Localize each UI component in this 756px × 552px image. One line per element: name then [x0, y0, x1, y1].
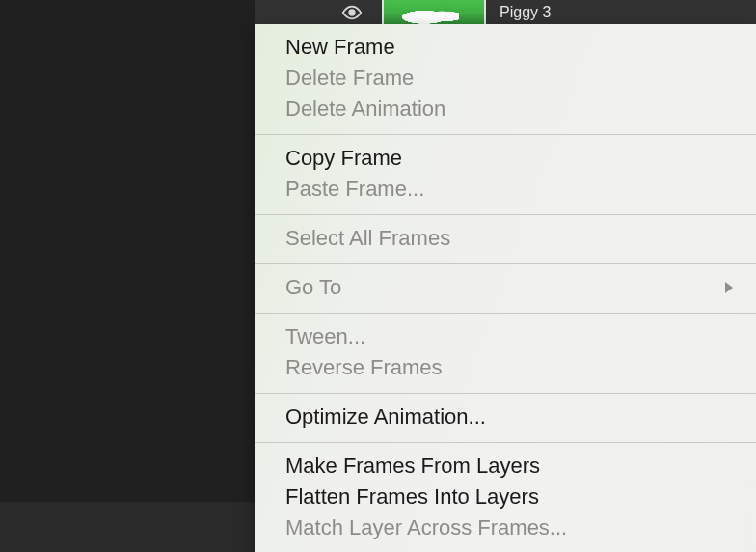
menu-item-label: Copy Frame: [285, 145, 735, 172]
menu-flatten-frames-into-layers[interactable]: Flatten Frames Into Layers: [255, 482, 756, 512]
menu-optimize-animation[interactable]: Optimize Animation...: [255, 401, 756, 432]
timeline-layer-row[interactable]: Piggy 3: [341, 0, 551, 24]
menu-match-layer-across-frames: Match Layer Across Frames...: [255, 512, 756, 543]
layer-name-label: Piggy 3: [500, 4, 551, 21]
menu-item-label: Go To: [285, 274, 721, 301]
menu-group-3: Select All Frames: [255, 215, 756, 263]
menu-reverse-frames: Reverse Frames: [255, 352, 756, 383]
menu-make-frames-from-layers[interactable]: Make Frames From Layers: [255, 451, 756, 482]
menu-item-label: Delete Animation: [285, 96, 735, 123]
menu-group-4: Go To: [255, 264, 756, 313]
menu-item-label: Make Frames From Layers: [285, 453, 735, 480]
menu-group-5: Tween... Reverse Frames: [255, 314, 756, 393]
menu-item-label: Flatten Frames Into Layers: [285, 483, 735, 511]
menu-item-label: Tween...: [285, 323, 735, 350]
app-root: Piggy 3 New Frame Delete Frame Delete An…: [0, 0, 756, 552]
submenu-arrow-icon: [721, 274, 735, 301]
timeline-context-menu: New Frame Delete Frame Delete Animation …: [255, 24, 756, 552]
menu-tween: Tween...: [255, 321, 756, 352]
menu-delete-frame: Delete Frame: [255, 63, 756, 94]
menu-group-2: Copy Frame Paste Frame...: [255, 135, 756, 214]
menu-item-label: Select All Frames: [285, 225, 735, 252]
menu-item-label: Optimize Animation...: [285, 403, 735, 430]
svg-point-0: [349, 10, 355, 15]
menu-delete-animation: Delete Animation: [255, 94, 756, 124]
menu-select-all-frames: Select All Frames: [255, 223, 756, 254]
menu-item-label: Match Layer Across Frames...: [285, 514, 735, 541]
timeline-panel: Piggy 3: [255, 0, 756, 24]
frame-thumbnail[interactable]: [382, 0, 486, 24]
menu-item-label: Delete Frame: [285, 65, 735, 92]
menu-item-label: New Frame: [285, 34, 735, 61]
menu-copy-frame[interactable]: Copy Frame: [255, 143, 756, 174]
menu-group-1: New Frame Delete Frame Delete Animation: [255, 24, 756, 134]
visibility-eye-icon[interactable]: [341, 2, 363, 23]
menu-item-label: Reverse Frames: [285, 354, 735, 381]
menu-new-frame[interactable]: New Frame: [255, 32, 756, 63]
menu-item-label: Paste Frame...: [285, 176, 735, 203]
menu-paste-frame: Paste Frame...: [255, 174, 756, 205]
menu-group-6: Optimize Animation...: [255, 394, 756, 442]
menu-go-to: Go To: [255, 272, 756, 303]
canvas-area: [0, 0, 255, 502]
menu-group-7: Make Frames From Layers Flatten Frames I…: [255, 443, 756, 552]
